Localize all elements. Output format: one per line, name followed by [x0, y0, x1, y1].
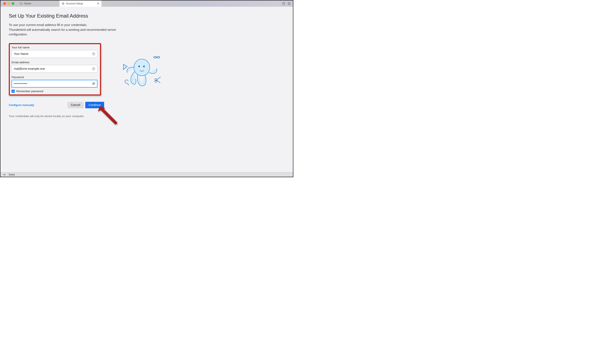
buttons-row: Configure manually Cancel Continue: [9, 102, 104, 108]
tab-close-icon[interactable]: ✕: [97, 2, 99, 5]
svg-rect-7: [154, 57, 156, 58]
tasks-icon[interactable]: [288, 2, 291, 5]
form-highlight-box: Your full name Email address Password: [9, 43, 101, 95]
password-field: Password: [12, 76, 97, 88]
remember-password-checkbox[interactable]: [12, 90, 15, 93]
svg-rect-8: [157, 57, 160, 58]
info-icon[interactable]: [92, 52, 95, 56]
globe-icon: [62, 2, 65, 5]
window-maximize-button[interactable]: [12, 2, 14, 5]
window-close-button[interactable]: [3, 2, 6, 5]
desc-line-1: To use your current email address fill i…: [9, 23, 87, 27]
page-description: To use your current email address fill i…: [9, 23, 135, 37]
svg-point-14: [4, 174, 5, 175]
tab-home[interactable]: Home: [18, 0, 59, 7]
email-field: Email address: [12, 61, 97, 73]
left-column: Set Up Your Existing Email Address To us…: [9, 13, 135, 166]
tabbar-spacer: [101, 0, 280, 7]
fullname-input[interactable]: [12, 50, 97, 58]
email-input[interactable]: [12, 65, 97, 73]
svg-point-12: [138, 66, 140, 67]
online-icon: [3, 173, 6, 176]
fullname-field: Your full name: [12, 46, 97, 58]
tabbar-right-icons: [280, 0, 293, 7]
svg-point-13: [143, 66, 145, 67]
checkmark-icon: [12, 90, 14, 92]
eye-off-icon[interactable]: [92, 82, 95, 85]
tab-bar: Home Account Setup ✕: [0, 0, 293, 7]
info-icon[interactable]: [92, 67, 95, 70]
desc-line-2: Thunderbird will automatically search fo…: [9, 28, 116, 36]
status-text: Done: [9, 173, 15, 176]
tab-home-label: Home: [24, 2, 31, 5]
password-label: Password: [12, 76, 97, 79]
window-minimize-button[interactable]: [8, 2, 10, 5]
svg-point-6: [134, 59, 150, 76]
cancel-button[interactable]: Cancel: [68, 102, 84, 108]
status-bar: Done: [0, 172, 293, 177]
remember-password-label: Remember password: [16, 90, 43, 93]
arrow-annotation: [96, 103, 119, 126]
password-input[interactable]: [12, 80, 97, 88]
email-label: Email address: [12, 61, 97, 64]
tab-account-setup-label: Account Setup: [66, 2, 83, 5]
tab-account-setup[interactable]: Account Setup ✕: [59, 0, 101, 7]
svg-rect-1: [283, 2, 285, 5]
calendar-icon[interactable]: [282, 2, 285, 5]
content-area: Set Up Your Existing Email Address To us…: [0, 7, 293, 172]
window-controls: [0, 0, 18, 7]
page-title: Set Up Your Existing Email Address: [9, 13, 135, 19]
remember-password-row[interactable]: Remember password: [12, 90, 97, 93]
app-window: Home Account Setup ✕ Set Up Your Existin…: [0, 0, 293, 177]
octopus-illustration: [120, 53, 166, 95]
folder-icon: [20, 2, 23, 5]
configure-manually-link[interactable]: Configure manually: [9, 103, 34, 107]
fullname-label: Your full name: [12, 46, 97, 49]
